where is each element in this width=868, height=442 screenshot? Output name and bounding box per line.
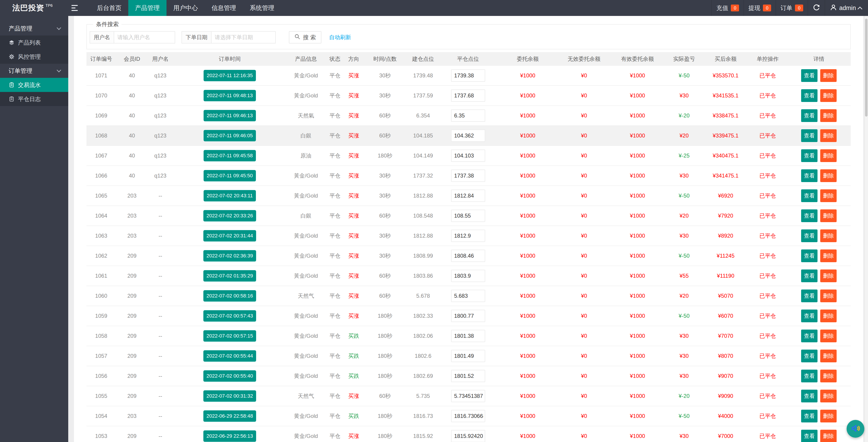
- close-point-input[interactable]: [451, 350, 485, 362]
- table-row: 1061 209 -- 2022-07-02 01:35:29 黃金/Gold …: [87, 266, 851, 286]
- close-point-input[interactable]: [451, 150, 485, 162]
- sound-float-button[interactable]: [847, 420, 864, 438]
- delete-button[interactable]: 删除: [820, 69, 837, 82]
- view-button[interactable]: 查看: [801, 189, 817, 202]
- control-status: 已平仓: [748, 352, 787, 360]
- nav-item[interactable]: 用户中心: [166, 0, 205, 16]
- delete-button[interactable]: 删除: [820, 410, 837, 422]
- sidebar-group-header[interactable]: 订单管理: [0, 64, 68, 78]
- view-button[interactable]: 查看: [801, 430, 817, 442]
- delete-button[interactable]: 删除: [820, 189, 837, 202]
- delete-button[interactable]: 删除: [820, 269, 837, 282]
- sidebar-item[interactable]: 交易流水: [0, 78, 68, 92]
- delete-button[interactable]: 删除: [820, 310, 837, 322]
- close-point-input[interactable]: [451, 370, 485, 382]
- view-button[interactable]: 查看: [801, 229, 817, 242]
- product-info: 黄金/Gold: [287, 433, 325, 440]
- username: --: [148, 413, 173, 419]
- view-button[interactable]: 查看: [801, 169, 817, 182]
- close-point-input[interactable]: [451, 189, 485, 202]
- menu-toggle-icon[interactable]: [71, 0, 86, 16]
- member-id: 209: [116, 333, 148, 339]
- member-id: 40: [116, 92, 148, 99]
- view-button[interactable]: 查看: [801, 290, 817, 302]
- user-menu[interactable]: admin: [825, 0, 868, 16]
- close-point-input[interactable]: [451, 210, 485, 222]
- view-button[interactable]: 查看: [801, 350, 817, 362]
- view-button[interactable]: 查看: [801, 310, 817, 322]
- after-balance: ¥353570.1: [703, 72, 748, 79]
- delete-button[interactable]: 删除: [820, 109, 837, 122]
- order-id: 1054: [87, 413, 116, 419]
- auto-refresh-link[interactable]: 自动刷新: [329, 34, 351, 41]
- close-point-input[interactable]: [451, 170, 485, 182]
- delete-button[interactable]: 删除: [820, 249, 837, 262]
- view-button[interactable]: 查看: [801, 410, 817, 422]
- delete-button[interactable]: 删除: [820, 350, 837, 362]
- invalid-entrust-balance: ¥0: [558, 92, 610, 99]
- view-button[interactable]: 查看: [801, 390, 817, 403]
- close-point-input[interactable]: [451, 310, 485, 322]
- username: --: [148, 273, 173, 279]
- delete-button[interactable]: 删除: [820, 169, 837, 182]
- search-button[interactable]: 搜 索: [289, 31, 321, 43]
- close-point-input[interactable]: [451, 230, 485, 242]
- close-point-input[interactable]: [451, 250, 485, 262]
- view-button[interactable]: 查看: [801, 109, 817, 122]
- open-point: 1737.59: [407, 92, 439, 99]
- sidebar-group-header[interactable]: 产品管理: [0, 21, 68, 35]
- close-point-input[interactable]: [451, 89, 485, 102]
- close-point-input[interactable]: [451, 129, 485, 142]
- close-point-input[interactable]: [451, 330, 485, 342]
- delete-button[interactable]: 删除: [820, 89, 837, 102]
- view-button[interactable]: 查看: [801, 330, 817, 342]
- delete-button[interactable]: 删除: [820, 330, 837, 342]
- nav-item[interactable]: 系统管理: [243, 0, 281, 16]
- close-point-input[interactable]: [451, 110, 485, 122]
- view-button[interactable]: 查看: [801, 149, 817, 162]
- close-point-input[interactable]: [451, 270, 485, 282]
- actual-profit: ¥20: [665, 132, 703, 139]
- username: --: [148, 433, 173, 439]
- direction: 买涨: [345, 433, 363, 440]
- delete-button[interactable]: 删除: [820, 129, 837, 142]
- scrollbar-thumb[interactable]: [865, 19, 868, 117]
- sidebar-item[interactable]: 平仓日志: [0, 92, 68, 106]
- view-button[interactable]: 查看: [801, 69, 817, 82]
- direction: 买涨: [345, 312, 363, 320]
- close-point-input[interactable]: [451, 390, 485, 402]
- nav-item[interactable]: 后台首页: [90, 0, 128, 16]
- username-input[interactable]: [114, 31, 175, 43]
- duration: 30秒: [363, 232, 407, 239]
- nav-item[interactable]: 信息管理: [205, 0, 243, 16]
- view-button[interactable]: 查看: [801, 249, 817, 262]
- sidebar-group: 订单管理: [0, 64, 68, 106]
- close-point-input[interactable]: [451, 430, 485, 442]
- order-date-input[interactable]: [212, 31, 276, 43]
- close-point-input[interactable]: [451, 290, 485, 302]
- nav-item[interactable]: 产品管理: [128, 0, 166, 16]
- delete-button[interactable]: 删除: [820, 229, 837, 242]
- delete-button[interactable]: 删除: [820, 149, 837, 162]
- view-button[interactable]: 查看: [801, 129, 817, 142]
- header-stat[interactable]: 充值 0: [712, 0, 744, 16]
- close-point-input[interactable]: [451, 410, 485, 422]
- view-button[interactable]: 查看: [801, 209, 817, 222]
- view-button[interactable]: 查看: [801, 89, 817, 102]
- sidebar-item[interactable]: 产品列表: [0, 35, 68, 50]
- delete-button[interactable]: 删除: [820, 430, 837, 442]
- view-button[interactable]: 查看: [801, 269, 817, 282]
- delete-button[interactable]: 删除: [820, 290, 837, 302]
- sidebar-item[interactable]: 风控管理: [0, 50, 68, 64]
- duration: 30秒: [363, 72, 407, 79]
- delete-button[interactable]: 删除: [820, 209, 837, 222]
- refresh-button[interactable]: [808, 0, 825, 16]
- member-id: 203: [116, 213, 148, 219]
- delete-button[interactable]: 删除: [820, 390, 837, 403]
- close-point-input[interactable]: [451, 69, 485, 82]
- vertical-scrollbar[interactable]: [864, 16, 868, 442]
- header-stat[interactable]: 提现 0: [744, 0, 776, 16]
- header-stat[interactable]: 订单 0: [776, 0, 808, 16]
- delete-button[interactable]: 删除: [820, 370, 837, 382]
- view-button[interactable]: 查看: [801, 370, 817, 382]
